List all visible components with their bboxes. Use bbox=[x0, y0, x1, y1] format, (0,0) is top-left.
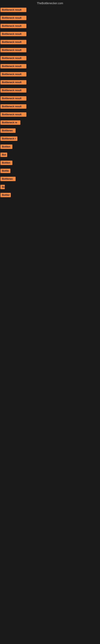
bottleneck-row: Bottleneck re bbox=[0, 118, 100, 126]
bottleneck-badge[interactable]: Bottleneck result bbox=[0, 56, 26, 60]
bottleneck-row: Bottlen bbox=[0, 142, 100, 150]
bottleneck-badge[interactable]: Bottleneck r bbox=[0, 136, 17, 141]
bottleneck-badge[interactable]: Bottleneck result bbox=[0, 24, 26, 28]
bottleneck-badge[interactable]: Bottlenec bbox=[0, 177, 16, 181]
bottleneck-row: Bot bbox=[0, 150, 100, 158]
bottleneck-badge[interactable]: Bottleneck result bbox=[0, 8, 26, 12]
bottleneck-row: Bottler bbox=[0, 191, 100, 199]
bottleneck-row: Bottleneck result bbox=[0, 30, 100, 38]
bottleneck-badge[interactable]: Bottleneck re bbox=[0, 120, 20, 125]
bottleneck-badge[interactable]: Bot bbox=[0, 152, 7, 157]
bottleneck-badge[interactable]: Bottle bbox=[0, 169, 10, 173]
items-container: Bottleneck resultBottleneck resultBottle… bbox=[0, 6, 100, 199]
bottleneck-row: Bottleneck result bbox=[0, 86, 100, 94]
bottleneck-row: Bottle bbox=[0, 167, 100, 175]
bottleneck-row: Bottleneck result bbox=[0, 6, 100, 14]
bottleneck-badge[interactable]: Bottleneck result bbox=[0, 40, 26, 44]
bottleneck-badge[interactable]: Bottleneck result bbox=[0, 80, 26, 84]
bottleneck-row: Bottleneck result bbox=[0, 14, 100, 22]
bottleneck-row: Bottlenec bbox=[0, 175, 100, 183]
bottleneck-badge[interactable]: Bottleneck result bbox=[0, 88, 26, 92]
bottleneck-badge[interactable]: Bottleneck result bbox=[0, 104, 26, 109]
bottleneck-badge[interactable]: Bottler bbox=[0, 193, 11, 197]
bottleneck-row: Bottleneck result bbox=[0, 54, 100, 62]
bottleneck-row: Bottleneck result bbox=[0, 110, 100, 118]
bottleneck-row: Bottleneck result bbox=[0, 62, 100, 70]
bottleneck-row: Bottleneck result bbox=[0, 102, 100, 110]
bottleneck-row: Bottleneck result bbox=[0, 22, 100, 30]
bottleneck-row: Bo bbox=[0, 183, 100, 191]
site-header: TheBottlenecker.com bbox=[0, 0, 100, 6]
bottleneck-badge[interactable]: Bottleneck result bbox=[0, 64, 26, 68]
bottleneck-badge[interactable]: Bottleneck result bbox=[0, 72, 26, 76]
bottleneck-row: Bottleneck result bbox=[0, 70, 100, 78]
bottleneck-row: Bottleneck result bbox=[0, 78, 100, 86]
bottleneck-row: Bottlenec bbox=[0, 126, 100, 134]
bottleneck-row: Bottleneck result bbox=[0, 94, 100, 102]
bottleneck-row: Bottlen bbox=[0, 158, 100, 167]
bottleneck-badge[interactable]: Bottleneck result bbox=[0, 96, 26, 100]
bottleneck-badge[interactable]: Bottleneck result bbox=[0, 32, 26, 36]
bottleneck-row: Bottleneck result bbox=[0, 38, 100, 46]
bottleneck-row: Bottleneck result bbox=[0, 46, 100, 54]
bottleneck-badge[interactable]: Bottlen bbox=[0, 144, 12, 149]
bottleneck-badge[interactable]: Bottleneck result bbox=[0, 112, 26, 117]
bottleneck-badge[interactable]: Bottleneck result bbox=[0, 16, 26, 20]
bottleneck-badge[interactable]: Bottlen bbox=[0, 160, 12, 165]
bottleneck-badge[interactable]: Bottlenec bbox=[0, 128, 16, 133]
bottleneck-badge[interactable]: Bottleneck result bbox=[0, 48, 26, 52]
bottleneck-row: Bottleneck r bbox=[0, 134, 100, 142]
bottleneck-badge[interactable]: Bo bbox=[0, 185, 5, 189]
